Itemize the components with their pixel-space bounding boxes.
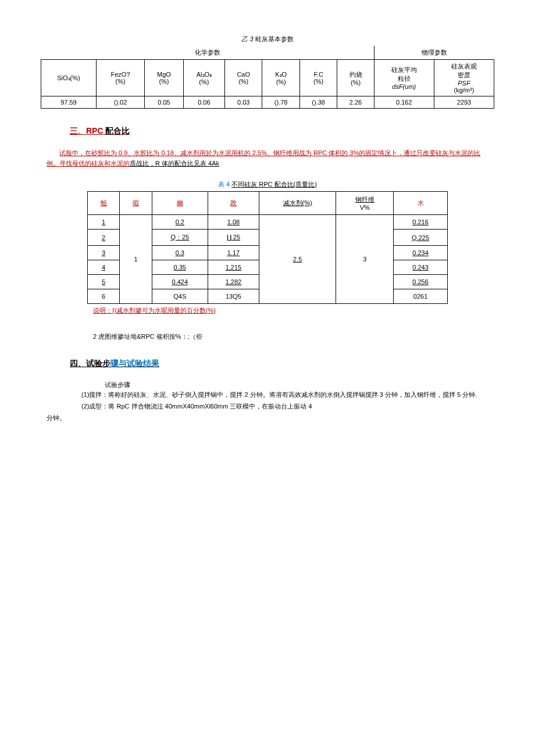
table2-header-row: 蛆 嘏 幽 政 减水剂(%) 钢纤维 V% 水 <box>88 192 448 215</box>
t2-h4: 政 <box>208 192 259 215</box>
step-1: (1)搅拌：将称好的硅灰、水泥、砂子倒入搅拌锅中，搅拌 2 分钟。将溶有高效减水… <box>81 389 488 401</box>
para1-black: 质战比，R 体的配合比见表 4Ak <box>130 160 219 167</box>
heading-section-4: 四、试验步骤与试验结果 <box>70 359 512 369</box>
table2-caption-text: 不同硅灰 RPC 配合比(质量比) <box>231 181 317 188</box>
td-density: 2293 <box>434 96 494 109</box>
table2-note2: 2 虎图维掺址坳&RPC 催积按%：;（些 <box>93 332 512 341</box>
t2-h2: 嘏 <box>120 192 152 215</box>
table2-caption: 表 4 不同硅灰 RPC 配合比(质量比) <box>23 180 512 189</box>
heading3-prefix: 三、RPC <box>70 126 104 135</box>
table1-caption: 乙 3 畦灰基本参数 <box>23 35 512 44</box>
steps-title: 试验步骤 <box>105 381 512 389</box>
table1-data-row: 97.59 ().02 0.05 0.06 0.03 ().78 ().38 2… <box>41 96 494 109</box>
table1-group-chem: 化学参数 <box>41 46 374 60</box>
table1-caption-text: 畦灰基本参数 <box>255 35 294 42</box>
td-zhuoshao: 2.26 <box>337 96 374 109</box>
t2-c6-merged: 3 <box>336 215 394 304</box>
t2-h3: 幽 <box>152 192 208 215</box>
td-al2o3: 0.06 <box>183 96 224 109</box>
td-sio2: 97.59 <box>41 96 97 109</box>
table2-note1: 说明：I)减水剂掺可为水呢用量的百分数(%) <box>93 306 512 315</box>
step-2-cont: 分钟。 <box>47 413 512 424</box>
table1-caption-prefix: 乙 3 <box>241 35 253 42</box>
paragraph-mix: 试脸中，在砂胶比为 0.9、水胶比为 0.18、减水剂用於为水泥用机的 2.5%… <box>47 148 488 169</box>
th-sio2: SiO₂(%) <box>41 60 97 96</box>
para1-red: 试脸中，在砂胶比为 0.9、水胶比为 0.18、减水剂用於为水泥用机的 2.5%… <box>47 149 480 167</box>
table2-caption-prefix: 表 4 <box>218 181 230 188</box>
td-fc: ().38 <box>299 96 337 109</box>
t2-h5: 减水剂(%) <box>259 192 336 215</box>
table2: 蛆 嘏 幽 政 减水剂(%) 钢纤维 V% 水 1 1 0.2 1.08 2.5… <box>87 191 448 304</box>
td-fezo: ().02 <box>96 96 144 109</box>
t2-h1: 蛆 <box>88 192 120 215</box>
th-al2o3: Al₂O₃ (%) <box>183 60 224 96</box>
table1: 化学参数 物理参数 SiO₂(%) FezO? (%) MgO (%) Al₂O… <box>41 46 494 109</box>
td-lijing: 0.162 <box>374 96 434 109</box>
t2-h7: 水 <box>394 192 448 215</box>
th-fc: F.C (%) <box>299 60 337 96</box>
th-zhuoshao: 灼烧 (%) <box>337 60 374 96</box>
th-k2o: K₂O (%) <box>262 60 299 96</box>
td-mgo: 0.05 <box>145 96 184 109</box>
th-lijing: 硅灰平均 粒径 dsF(um) <box>374 60 434 96</box>
t2-c5-merged: 2.5 <box>259 215 336 304</box>
t2-c2-merged: 1 <box>120 215 152 304</box>
table-row: 1 1 0.2 1.08 2.5 3 0.216 <box>88 215 448 230</box>
heading4-prefix: 四、试验步 <box>70 359 110 368</box>
step-2: (2)成型：将 RpC 拌合物浇注 40mmX40mmXl60mm 三联模中，在… <box>81 401 488 413</box>
heading3-suffix: 配合比 <box>105 126 130 135</box>
heading4-suffix: 骤与试验结果 <box>110 359 159 368</box>
table1-group-phys: 物理参数 <box>374 46 494 60</box>
th-cao: CaO (%) <box>225 60 262 96</box>
td-cao: 0.03 <box>225 96 262 109</box>
table1-group-row: 化学参数 物理参数 <box>41 46 494 60</box>
th-density: 硅灰表观 密度 PSF (kg/m³) <box>434 60 494 96</box>
th-fezo: FezO? (%) <box>96 60 144 96</box>
t2-h6: 钢纤维 V% <box>336 192 394 215</box>
heading-section-3: 三、RPC 配合比 <box>70 126 512 137</box>
th-mgo: MgO (%) <box>145 60 184 96</box>
table1-header-row: SiO₂(%) FezO? (%) MgO (%) Al₂O₃ (%) CaO … <box>41 60 494 96</box>
td-k2o: ().78 <box>262 96 299 109</box>
